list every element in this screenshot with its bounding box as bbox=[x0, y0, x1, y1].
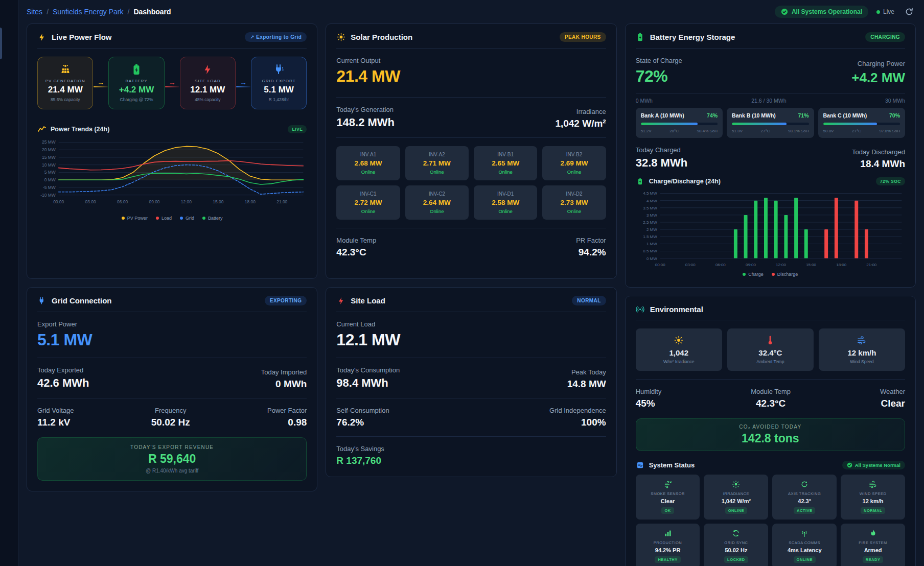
svg-text:2 MW: 2 MW bbox=[646, 227, 657, 232]
breadcrumb: Sites / Sunfields Energy Park / Dashboar… bbox=[27, 8, 171, 16]
check-circle-icon bbox=[847, 462, 852, 468]
panel-live-power-flow: Live Power Flow ↗ Exporting to Grid PV G… bbox=[27, 23, 317, 279]
flow-arrow-battery-to-load: → bbox=[165, 79, 180, 87]
panel-grid-connection: Grid Connection EXPORTING Export Power 5… bbox=[27, 287, 317, 491]
panel-environmental: Environmental 1,042 W/m² Irradiance bbox=[625, 296, 916, 566]
today-charged: Today Charged 32.8 MWh bbox=[636, 146, 687, 170]
system-status-header: System Status All Systems Normal bbox=[636, 460, 905, 469]
inverter-tile[interactable]: INV-B12.65 MWOnline bbox=[474, 146, 537, 180]
inverter-tile[interactable]: INV-B22.69 MWOnline bbox=[542, 146, 606, 180]
soc-row: State of Charge 72% Charging Power +4.2 … bbox=[636, 57, 905, 86]
charge-discharge-header: Charge/Discharge (24h) 72% SOC bbox=[636, 177, 905, 186]
bar-chart-icon bbox=[637, 529, 699, 537]
svg-text:2.5 MW: 2.5 MW bbox=[643, 220, 657, 225]
breadcrumb-sites-link[interactable]: Sites bbox=[27, 8, 42, 16]
inverter-tile[interactable]: INV-C12.72 MWOnline bbox=[336, 185, 400, 220]
panel-title: Environmental bbox=[650, 305, 905, 314]
weather-value: Clear bbox=[880, 398, 905, 409]
breadcrumb-park-link[interactable]: Sunfields Energy Park bbox=[53, 8, 124, 16]
breadcrumb-separator: / bbox=[128, 8, 130, 16]
bank-voltage: 50.8V bbox=[823, 129, 834, 133]
ambient-temp-label: Ambient Temp bbox=[730, 359, 811, 364]
flame-icon bbox=[842, 529, 904, 537]
panel-title: Grid Connection bbox=[52, 296, 260, 305]
rotate-icon bbox=[774, 480, 835, 488]
pr-factor: PR Factor 94.2% bbox=[576, 237, 606, 258]
todays-savings-value: R 137,760 bbox=[336, 455, 606, 466]
refresh-button[interactable] bbox=[903, 5, 916, 18]
todays-consumption-value: 98.4 MWh bbox=[336, 376, 400, 390]
check-circle-icon bbox=[781, 8, 788, 15]
current-load-value: 12.1 MW bbox=[336, 331, 606, 349]
generation-row: Today's Generation 148.2 MWh Irradiance … bbox=[336, 106, 606, 129]
bank-soh: 98.4% SoH bbox=[697, 129, 718, 133]
inverter-tile[interactable]: INV-D12.58 MWOnline bbox=[474, 185, 537, 220]
capacity-scale: 0 MWh 21.6 / 30 MWh 30 MWh bbox=[636, 98, 905, 104]
irradiance-tile: 1,042 W/m² Irradiance bbox=[636, 328, 722, 371]
svg-text:03:00: 03:00 bbox=[685, 263, 695, 268]
module-temp-row: Module Temp 42.3°C PR Factor 94.2% bbox=[336, 237, 606, 258]
flow-node-sub: 48% capacity bbox=[183, 97, 232, 102]
status-badge: LOCKED bbox=[724, 556, 748, 563]
panel-solar-production: Solar Production PEAK HOURS Current Outp… bbox=[326, 23, 616, 279]
system-status-pill-label: All Systems Operational bbox=[792, 8, 862, 15]
inverter-tile[interactable]: INV-A12.68 MWOnline bbox=[336, 146, 400, 180]
power-factor: Power Factor 0.98 bbox=[267, 407, 307, 428]
state-of-charge-value: 72% bbox=[636, 67, 682, 86]
svg-text:3 MW: 3 MW bbox=[646, 213, 657, 218]
todays-consumption: Today's Consumption 98.4 MWh bbox=[336, 366, 400, 390]
ambient-temp-tile: 32.4°C Ambient Temp bbox=[727, 328, 814, 371]
flow-node-label: BATTERY bbox=[112, 79, 160, 83]
system-status-pill: All Systems Operational bbox=[775, 6, 868, 18]
bank-soh: 97.8% SoH bbox=[880, 129, 900, 133]
today-imported-value: 0 MWh bbox=[261, 379, 307, 390]
left-rail bbox=[0, 0, 18, 566]
flow-line bbox=[236, 86, 250, 87]
environment-stats-row: Humidity 45% Module Temp 42.3°C Weather … bbox=[636, 388, 905, 409]
flow-node-sub: Charging @ 72% bbox=[112, 97, 160, 102]
svg-text:0 MW: 0 MW bbox=[646, 256, 657, 261]
charge-discharge-chart: 4.5 MW4 MW3.5 MW3 MW2.5 MW2 MW1.5 MW1 MW… bbox=[636, 190, 905, 271]
self-consumption: Self-Consumption 76.2% bbox=[336, 407, 389, 428]
flow-line bbox=[94, 86, 108, 87]
divider bbox=[336, 436, 606, 437]
inverter-tile[interactable]: INV-D22.73 MWOnline bbox=[542, 185, 606, 220]
export-power-label: Export Power bbox=[37, 320, 307, 328]
svg-text:0 MW: 0 MW bbox=[44, 177, 56, 182]
main-area: Sites / Sunfields Energy Park / Dashboar… bbox=[18, 0, 924, 566]
grid-energy-row: Today Exported 42.6 MWh Today Imported 0… bbox=[37, 366, 307, 390]
normal-badge: NORMAL bbox=[572, 296, 606, 305]
divider bbox=[336, 398, 606, 398]
flow-node-battery: BATTERY +4.2 MW Charging @ 72% bbox=[108, 57, 164, 109]
flow-node-sub: R 1,428/hr bbox=[255, 97, 303, 102]
bolt-icon bbox=[37, 33, 47, 42]
co2-value: 142.8 tons bbox=[641, 432, 899, 445]
svg-text:21:00: 21:00 bbox=[276, 199, 287, 204]
legend-item: Battery bbox=[202, 216, 223, 221]
dashboard-grid: Live Power Flow ↗ Exporting to Grid PV G… bbox=[27, 23, 916, 566]
bank-soc-bar bbox=[732, 123, 808, 125]
svg-text:10 MW: 10 MW bbox=[42, 162, 56, 168]
panel-header: Site Load NORMAL bbox=[336, 296, 606, 312]
flow-node-grid-export: GRID EXPORT 5.1 MW R 1,428/hr bbox=[251, 57, 307, 109]
humidity-value: 45% bbox=[636, 398, 662, 409]
inverter-tile[interactable]: INV-A22.71 MWOnline bbox=[405, 146, 469, 180]
divider bbox=[336, 358, 606, 358]
svg-text:15 MW: 15 MW bbox=[42, 155, 56, 160]
battery-icon bbox=[636, 33, 645, 42]
exporting-to-grid-badge: ↗ Exporting to Grid bbox=[245, 32, 307, 42]
column-1: Live Power Flow ↗ Exporting to Grid PV G… bbox=[27, 23, 317, 491]
inverter-tile[interactable]: INV-C22.64 MWOnline bbox=[405, 185, 469, 220]
panel-title: Solar Production bbox=[351, 33, 555, 41]
sync-icon bbox=[705, 529, 767, 537]
ambient-temp-value: 32.4°C bbox=[730, 348, 811, 357]
svg-text:3.5 MW: 3.5 MW bbox=[643, 206, 657, 210]
bank-voltage: 51.2V bbox=[641, 129, 652, 133]
current-output-label: Current Output bbox=[336, 57, 606, 64]
svg-text:18:00: 18:00 bbox=[836, 263, 846, 268]
svg-text:0.5 MW: 0.5 MW bbox=[643, 249, 657, 253]
today-exported-value: 42.6 MWh bbox=[37, 376, 89, 390]
panel-header: Live Power Flow ↗ Exporting to Grid bbox=[37, 32, 307, 49]
grid-electrical-row: Grid Voltage 11.2 kV Frequency 50.02 Hz … bbox=[37, 407, 307, 428]
self-consumption-value: 76.2% bbox=[336, 417, 389, 428]
